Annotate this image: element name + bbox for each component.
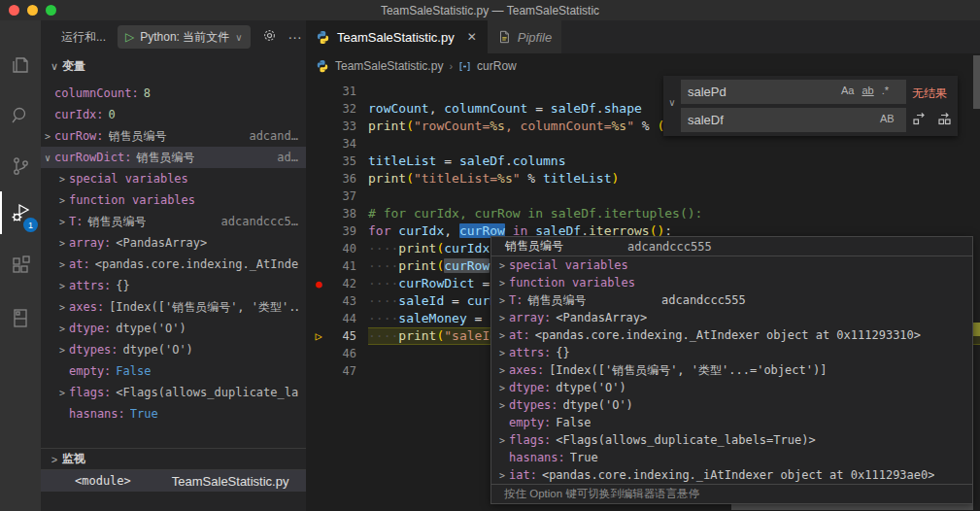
replace-input[interactable]: [681, 108, 906, 132]
chevron-right-icon[interactable]: >: [55, 217, 69, 227]
breadcrumb-symbol[interactable]: curRow: [477, 59, 517, 73]
variables-section-header[interactable]: ∨ 变量: [41, 53, 306, 79]
variable-row[interactable]: >dtype:dtype('O'): [41, 318, 306, 339]
horizontal-scrollbar[interactable]: [731, 503, 973, 510]
hover-expression-value: adcandccc555: [627, 240, 712, 254]
chevron-right-icon[interactable]: >: [55, 324, 69, 334]
chevron-right-icon[interactable]: >: [495, 470, 509, 481]
hover-header: 销售员编号 adcandccc555: [491, 237, 972, 256]
more-actions-icon[interactable]: ···: [288, 29, 302, 45]
code-text[interactable]: # for curIdx, curRow in saleDf.itertuple…: [368, 205, 980, 222]
chevron-right-icon[interactable]: >: [495, 278, 509, 289]
source-control-icon[interactable]: [0, 145, 41, 187]
code-text[interactable]: [368, 187, 980, 205]
chevron-right-icon[interactable]: >: [495, 400, 509, 411]
watch-section-header[interactable]: > 监视: [41, 448, 306, 469]
chevron-down-icon[interactable]: ∨: [41, 153, 54, 163]
hover-variable-row[interactable]: >flags:<Flags(allows_duplicate_labels=Tr…: [491, 431, 972, 449]
hover-variable-row[interactable]: >iat:<pandas.core.indexing._iAtIndexer o…: [491, 466, 972, 484]
chevron-right-icon[interactable]: >: [495, 348, 509, 358]
chevron-right-icon[interactable]: >: [55, 238, 69, 249]
variable-row[interactable]: >array:<PandasArray>: [41, 232, 306, 254]
code-text[interactable]: titleList = saleDf.columns: [368, 153, 980, 170]
chevron-right-icon[interactable]: >: [55, 281, 69, 291]
variable-row[interactable]: >function variables: [41, 189, 306, 211]
replace-icon[interactable]: [912, 111, 928, 130]
explorer-icon[interactable]: [0, 44, 41, 86]
minimize-window-button[interactable]: [27, 5, 38, 16]
variable-row[interactable]: curIdx:0: [41, 104, 306, 125]
current-line-arrow-icon[interactable]: ▷: [306, 327, 331, 345]
vertical-scrollbar[interactable]: [973, 55, 980, 109]
chevron-right-icon[interactable]: >: [495, 365, 509, 376]
hover-variable-row[interactable]: >array:<PandasArray>: [491, 309, 972, 326]
variable-row[interactable]: >axes:[Index(['销售员编号', '类型'.…: [41, 296, 306, 318]
regex-icon[interactable]: .*: [882, 85, 889, 96]
hover-variable-row[interactable]: >dtypes:dtype('O'): [491, 396, 972, 414]
chevron-right-icon[interactable]: >: [495, 295, 509, 306]
code-line[interactable]: 35titleList = saleDf.columns: [306, 153, 980, 170]
hover-variable-row[interactable]: hasnans:True: [491, 449, 972, 466]
code-text[interactable]: [368, 135, 980, 153]
hover-variable-row[interactable]: >at:<pandas.core.indexing._AtIndexer obj…: [491, 326, 972, 344]
variable-row[interactable]: >special variables: [41, 168, 306, 189]
chevron-right-icon[interactable]: >: [55, 195, 69, 206]
hover-variable-row[interactable]: >axes:[Index(['销售员编号', '类型'...='object')…: [491, 361, 972, 379]
chevron-right-icon[interactable]: >: [495, 435, 509, 446]
code-token: ····: [368, 293, 398, 308]
variable-row[interactable]: >dtypes:dtype('O'): [41, 339, 306, 360]
preserve-case-icon[interactable]: AB: [880, 113, 895, 124]
tab-teamsalestatistic[interactable]: TeamSaleStatistic.py ✕: [306, 20, 487, 53]
extensions-icon[interactable]: [0, 244, 41, 287]
whole-word-icon[interactable]: ab: [862, 85, 873, 96]
chevron-right-icon[interactable]: >: [55, 302, 69, 313]
variable-row[interactable]: hasnans:True: [41, 403, 306, 425]
variable-row[interactable]: >T:销售员编号adcandccc5…: [41, 211, 306, 232]
code-text[interactable]: print("titleList=%s" % titleList): [368, 170, 980, 187]
close-icon[interactable]: ✕: [467, 30, 477, 44]
code-line[interactable]: 34: [306, 135, 980, 153]
chevron-right-icon[interactable]: >: [495, 383, 509, 393]
chevron-right-icon[interactable]: >: [55, 259, 69, 270]
variable-row[interactable]: empty:False: [41, 360, 306, 382]
start-debug-icon[interactable]: ▷: [125, 30, 134, 44]
code-line[interactable]: 37: [306, 187, 980, 205]
chevron-right-icon[interactable]: >: [495, 260, 509, 271]
maximize-window-button[interactable]: [46, 5, 56, 16]
variable-row[interactable]: columnCount:8: [41, 83, 306, 104]
notebook-icon[interactable]: [0, 296, 41, 339]
run-and-debug-icon[interactable]: 1: [0, 191, 41, 234]
chevron-right-icon[interactable]: >: [495, 313, 509, 324]
chevron-right-icon[interactable]: >: [41, 131, 54, 142]
chevron-right-icon[interactable]: >: [55, 388, 69, 398]
match-case-icon[interactable]: Aa: [841, 85, 854, 96]
toggle-replace-chevron-icon[interactable]: ∨: [665, 97, 679, 108]
hover-variable-row[interactable]: >dtype:dtype('O'): [491, 379, 972, 396]
breakpoint-icon[interactable]: ●: [306, 275, 331, 293]
launch-config-dropdown[interactable]: ▷ Python: 当前文件 ∨: [118, 25, 251, 49]
code-line[interactable]: 38# for curIdx, curRow in saleDf.itertup…: [306, 205, 980, 222]
hover-variable-row[interactable]: >function variables: [491, 274, 972, 291]
variable-value: [Index(['销售员编号', '类型'.…: [109, 299, 298, 316]
hover-variable-row[interactable]: >T:销售员编号adcandccc555: [491, 291, 972, 309]
chevron-right-icon[interactable]: >: [495, 330, 509, 341]
replace-all-icon[interactable]: [937, 111, 953, 130]
breadcrumb-file[interactable]: TeamSaleStatistic.py: [335, 59, 443, 73]
variable-row[interactable]: >at:<pandas.core.indexing._AtInde…: [41, 254, 306, 275]
chevron-right-icon[interactable]: >: [55, 174, 69, 185]
tab-label: Pipfile: [518, 30, 552, 45]
hover-variable-row[interactable]: >attrs:{}: [491, 344, 972, 361]
hover-variable-row[interactable]: >special variables: [491, 256, 972, 274]
close-window-button[interactable]: [9, 5, 19, 16]
variable-row[interactable]: ∨curRowDict:销售员编号ad…: [41, 147, 306, 168]
code-line[interactable]: 36print("titleList=%s" % titleList): [306, 170, 980, 187]
gear-icon[interactable]: [262, 28, 277, 46]
callstack-frame-row[interactable]: <module> TeamSaleStatistic.py: [41, 470, 306, 492]
hover-variable-row[interactable]: empty:False: [491, 414, 972, 431]
search-icon[interactable]: [0, 94, 41, 137]
variable-row[interactable]: >curRow:销售员编号adcand…: [41, 125, 306, 147]
tab-pipfile[interactable]: Pipfile: [487, 20, 561, 53]
chevron-right-icon[interactable]: >: [55, 345, 69, 356]
variable-row[interactable]: >flags:<Flags(allows_duplicate_la…: [41, 382, 306, 403]
variable-row[interactable]: >attrs:{}: [41, 275, 306, 296]
